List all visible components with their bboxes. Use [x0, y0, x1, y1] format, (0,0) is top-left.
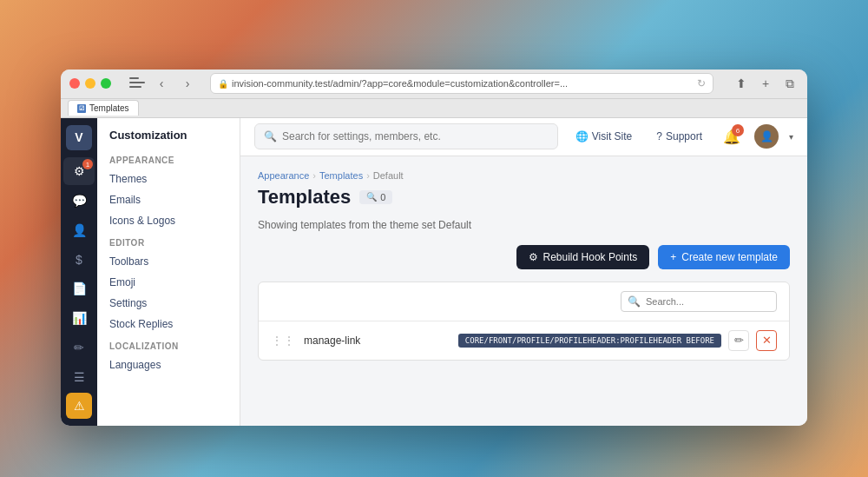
close-button[interactable] [69, 78, 80, 89]
sidebar-badge: 1 [82, 159, 93, 169]
breadcrumb-templates[interactable]: Templates [319, 170, 363, 181]
sidebar-icon-pen[interactable]: ✏ [63, 334, 95, 361]
nav-item-emails[interactable]: Emails [97, 189, 240, 210]
chat-icon: 💬 [72, 194, 87, 208]
nav-section-localization: LOCALIZATION [97, 335, 240, 354]
support-icon: ? [656, 130, 662, 142]
rebuild-label: Rebuild Hook Points [543, 251, 638, 263]
reload-icon: ↻ [697, 77, 706, 89]
sidebar-icon-chart[interactable]: 📊 [63, 304, 95, 332]
pen-icon: ✏ [74, 341, 84, 354]
globe-icon: 🌐 [575, 130, 589, 142]
share-button[interactable]: ⬆ [733, 75, 750, 92]
nav-item-icons-logos[interactable]: Icons & Logos [97, 210, 240, 231]
count-badge: 🔍 0 [359, 190, 392, 204]
chart-icon: 📊 [72, 311, 87, 325]
create-label: Create new template [681, 251, 778, 263]
notification-badge: 6 [732, 124, 744, 136]
tab-favicon: ☑ [77, 104, 86, 113]
template-list-container: 🔍 ⋮⋮ manage-link CORE/FRONT/PROFILE/PROF… [258, 282, 790, 361]
rebuild-hook-points-button[interactable]: ⚙ Rebuild Hook Points [516, 245, 650, 269]
content-area: Appearance › Templates › Default Templat… [240, 156, 807, 426]
file-icon: 📄 [72, 282, 87, 295]
tab-label: Templates [89, 103, 129, 113]
avatar-chevron-icon[interactable]: ▾ [789, 132, 793, 142]
showing-text: Showing templates from the theme set Def… [258, 219, 790, 231]
create-plus-icon: + [670, 251, 676, 263]
browser-titlebar: ‹ › 🔒 invision-community.test/admin/?app… [61, 70, 807, 99]
template-actions: CORE/FRONT/PROFILE/PROFILEHEADER:PROFILE… [458, 330, 777, 351]
visit-site-button[interactable]: 🌐 Visit Site [569, 127, 639, 146]
nav-section-editor: EDITOR [97, 231, 240, 251]
sidebar-icon-file[interactable]: 📄 [63, 275, 95, 302]
edit-icon: ✏ [734, 334, 744, 347]
visit-site-label: Visit Site [592, 130, 632, 142]
breadcrumb-appearance[interactable]: Appearance [258, 170, 309, 181]
browser-controls: ‹ › [125, 73, 198, 94]
sidebar-icon-dollar[interactable]: $ [63, 246, 95, 274]
browser-tab[interactable]: ☑ Templates [68, 100, 139, 116]
nav-sidebar: Customization APPEARANCE Themes Emails I… [97, 118, 240, 426]
warning-icon-button[interactable]: ⚠ [66, 393, 92, 419]
template-list-header: 🔍 [259, 282, 789, 321]
delete-icon: ✕ [762, 334, 772, 347]
nav-item-emoji[interactable]: Emoji [97, 272, 240, 293]
top-bar: 🔍 🌐 Visit Site ? Support 🔔 6 [240, 118, 807, 156]
table-row: ⋮⋮ manage-link CORE/FRONT/PROFILE/PROFIL… [259, 321, 789, 360]
search-icon: 🔍 [264, 130, 277, 142]
nav-item-themes[interactable]: Themes [97, 169, 240, 189]
drag-handle-icon[interactable]: ⋮⋮ [271, 334, 295, 348]
create-template-button[interactable]: + Create new template [658, 245, 790, 269]
breadcrumb: Appearance › Templates › Default [258, 170, 790, 181]
top-bar-actions: 🌐 Visit Site ? Support 🔔 6 👤 ▾ [569, 124, 793, 149]
breadcrumb-sep-2: › [366, 170, 370, 181]
avatar-image: 👤 [760, 130, 773, 142]
template-name: manage-link [304, 335, 450, 347]
back-button[interactable]: ‹ [151, 73, 172, 94]
nav-item-toolbars[interactable]: Toolbars [97, 251, 240, 272]
global-search-bar[interactable]: 🔍 [254, 123, 558, 149]
avatar[interactable]: 👤 [754, 124, 779, 149]
user-icon: 👤 [72, 223, 87, 237]
forward-button[interactable]: › [177, 73, 198, 94]
support-button[interactable]: ? Support [649, 127, 709, 146]
url-text: invision-community.test/admin/?app=core&… [232, 78, 568, 89]
minimize-button[interactable] [85, 78, 95, 89]
sidebar-toggle-button[interactable] [125, 73, 146, 94]
action-row: ⚙ Rebuild Hook Points + Create new templ… [258, 245, 790, 269]
count-search-icon: 🔍 [366, 192, 377, 202]
address-bar[interactable]: 🔒 invision-community.test/admin/?app=cor… [210, 73, 713, 94]
notification-button[interactable]: 🔔 6 [720, 124, 744, 149]
browser-actions: ⬆ + ⧉ [733, 75, 799, 92]
global-search-input[interactable] [282, 130, 549, 142]
template-search-wrap: 🔍 [621, 291, 777, 312]
app-logo[interactable]: V [66, 125, 92, 151]
nav-item-settings[interactable]: Settings [97, 293, 240, 314]
sidebar-icon-list[interactable]: ☰ [63, 363, 95, 391]
warning-icon: ⚠ [74, 399, 85, 413]
template-search-icon: 🔍 [628, 295, 641, 308]
edit-template-button[interactable]: ✏ [728, 330, 749, 351]
nav-section-appearance: APPEARANCE [97, 149, 240, 169]
support-label: Support [666, 130, 702, 142]
delete-template-button[interactable]: ✕ [756, 330, 777, 351]
maximize-button[interactable] [101, 78, 111, 89]
list-icon: ☰ [74, 370, 85, 384]
rebuild-icon: ⚙ [529, 251, 538, 263]
nav-item-stock-replies[interactable]: Stock Replies [97, 314, 240, 335]
browser-window: ‹ › 🔒 invision-community.test/admin/?app… [61, 70, 807, 426]
nav-item-languages[interactable]: Languages [97, 354, 240, 375]
sidebar-icon-bottom: ⚠ [66, 393, 92, 419]
sidebar-icon-chat[interactable]: 💬 [63, 187, 95, 215]
add-tab-button[interactable]: + [757, 75, 774, 92]
dollar-icon: $ [76, 253, 82, 267]
nav-sidebar-title: Customization [97, 129, 240, 149]
sidebar-icon-user[interactable]: 👤 [63, 216, 95, 244]
count-value: 0 [380, 192, 385, 202]
icon-sidebar: V ⚙ 1 💬 👤 $ 📄 📊 ✏ [61, 118, 97, 426]
template-search-input[interactable] [621, 291, 777, 312]
lock-icon: 🔒 [218, 79, 228, 89]
sidebar-icon-gear[interactable]: ⚙ 1 [63, 157, 95, 185]
tab-bar: ☑ Templates [61, 99, 807, 118]
tabs-button[interactable]: ⧉ [781, 75, 799, 92]
